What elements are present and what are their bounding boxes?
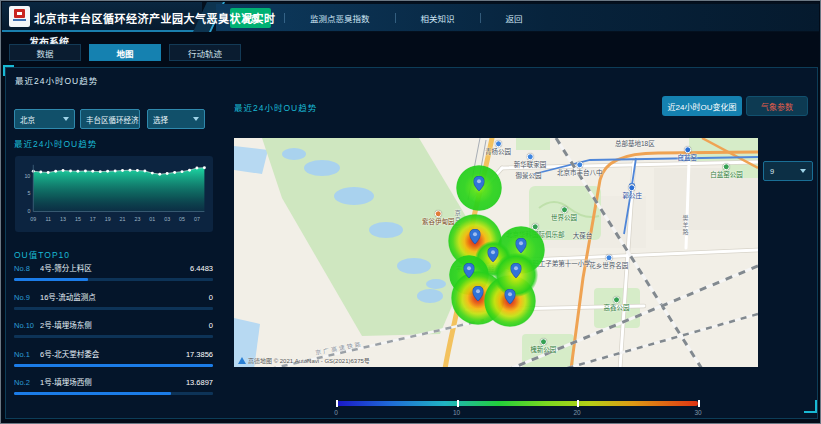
page-title: 北京市丰台区循环经济产业园大气恶臭状况实时 bbox=[34, 10, 276, 26]
scale-tick-label: 20 bbox=[573, 409, 580, 416]
ou-top-list-title: OU值TOP10 bbox=[14, 248, 70, 260]
map-pin-icon[interactable] bbox=[473, 286, 484, 301]
scale-tick-label: 30 bbox=[694, 409, 701, 416]
ou-value: 0 bbox=[209, 321, 213, 330]
scale-tick-label: 10 bbox=[453, 409, 460, 416]
logo bbox=[9, 6, 30, 27]
list-item: No.16号-北天堂村委会17.3856 bbox=[14, 348, 213, 377]
chevron-down-icon bbox=[193, 117, 199, 121]
site-label: 6号-北天堂村委会 bbox=[40, 348, 186, 359]
map-attribution: 高德地图 © 2021 AutoNavi - GS(2021)6375号 bbox=[238, 356, 370, 365]
svg-text:10: 10 bbox=[24, 173, 30, 179]
svg-text:5: 5 bbox=[27, 190, 30, 196]
map-pin-icon[interactable] bbox=[488, 247, 499, 262]
site-label: 16号-流动监测点 bbox=[40, 291, 209, 302]
map-pin-icon[interactable] bbox=[510, 263, 521, 278]
svg-text:01: 01 bbox=[149, 216, 155, 222]
ou-value: 13.6897 bbox=[186, 378, 213, 387]
region-select[interactable]: 北京 bbox=[14, 109, 75, 129]
map-pin-icon[interactable] bbox=[470, 229, 481, 244]
svg-text:05: 05 bbox=[179, 216, 185, 222]
map-section-title: 最近24小时OU趋势 bbox=[234, 101, 317, 113]
progress-fill bbox=[14, 278, 88, 281]
nav-item-odor-index[interactable]: 监测点恶臭指数 bbox=[298, 8, 382, 28]
park-select-value: 丰台区循环经济产 bbox=[86, 114, 140, 125]
chevron-down-icon bbox=[63, 117, 69, 121]
nav-separator bbox=[284, 13, 285, 23]
panel-corner-accent bbox=[3, 65, 14, 76]
trend-chart: 0510091113151719212301030507 bbox=[15, 156, 213, 232]
map[interactable]: 青杨公园新华联家园总部基地18区御景公园北京市丰台八中白盆窑白盆窑公园郭公庄世界… bbox=[234, 138, 758, 367]
svg-text:0: 0 bbox=[27, 208, 30, 214]
park-select[interactable]: 丰台区循环经济产 bbox=[80, 109, 140, 129]
ou-top-list: No.84号-筛分上料区6.4483 No.916号-流动监测点0 No.102… bbox=[14, 262, 213, 405]
scale-mark bbox=[577, 400, 579, 407]
tab-map[interactable]: 地图 bbox=[89, 44, 161, 61]
progress-fill bbox=[14, 392, 171, 395]
point-select[interactable]: 选择 bbox=[147, 109, 205, 129]
rank-label: No.10 bbox=[14, 321, 40, 330]
logo-mark-icon bbox=[14, 9, 25, 18]
scale-tick-label: 0 bbox=[334, 409, 338, 416]
ou-color-scale: 0 10 20 30 bbox=[336, 401, 698, 417]
tab-track[interactable]: 行动轨迹 bbox=[169, 44, 241, 61]
ou-change-map-button[interactable]: 近24小时OU变化图 bbox=[662, 96, 742, 116]
attribution-text: 高德地图 © 2021 AutoNavi - GS(2021)6375号 bbox=[248, 356, 370, 365]
nav-item-knowledge[interactable]: 相关知识 bbox=[409, 8, 467, 28]
svg-text:23: 23 bbox=[134, 216, 140, 222]
progress-track bbox=[14, 278, 213, 281]
progress-track bbox=[14, 307, 213, 310]
site-label: 2号-填埋场东侧 bbox=[40, 319, 209, 330]
svg-text:07: 07 bbox=[194, 216, 200, 222]
trend-chart-svg: 0510091113151719212301030507 bbox=[17, 159, 209, 229]
svg-text:03: 03 bbox=[164, 216, 170, 222]
app-window: 北京市丰台区循环经济产业园大气恶臭状况实时 首页 监测点恶臭指数 相关知识 返回… bbox=[0, 0, 821, 424]
amap-logo-icon bbox=[238, 357, 246, 364]
progress-track bbox=[14, 335, 213, 338]
svg-text:21: 21 bbox=[120, 216, 126, 222]
ou-value: 17.3856 bbox=[186, 350, 213, 359]
list-item: No.21号-填埋场西侧13.6897 bbox=[14, 376, 213, 405]
map-pin-icon[interactable] bbox=[504, 289, 515, 304]
ou-value: 0 bbox=[209, 293, 213, 302]
map-pin-icon[interactable] bbox=[463, 263, 474, 278]
point-select-value: 选择 bbox=[153, 114, 168, 125]
hour-select-value: 9 bbox=[770, 167, 774, 176]
ou-value: 6.4483 bbox=[190, 264, 213, 273]
svg-text:19: 19 bbox=[105, 216, 111, 222]
trend-chart-title: 最近24小时OU趋势 bbox=[14, 137, 97, 149]
header-bar: 北京市丰台区循环经济产业园大气恶臭状况实时 首页 监测点恶臭指数 相关知识 返回 bbox=[2, 2, 819, 32]
rank-label: No.9 bbox=[14, 293, 40, 302]
progress-fill bbox=[14, 364, 213, 367]
color-scale-bar bbox=[336, 401, 698, 406]
map-pin-icon[interactable] bbox=[474, 176, 485, 191]
map-pin-icon[interactable] bbox=[516, 238, 527, 253]
hour-select[interactable]: 9 bbox=[763, 161, 813, 181]
svg-text:17: 17 bbox=[90, 216, 96, 222]
rank-label: No.2 bbox=[14, 378, 40, 387]
weather-params-button[interactable]: 气象参数 bbox=[746, 96, 808, 116]
rank-label: No.1 bbox=[14, 350, 40, 359]
logo-caption bbox=[13, 19, 26, 21]
scale-mark bbox=[336, 400, 338, 407]
site-label: 1号-填埋场西侧 bbox=[40, 376, 186, 387]
scale-mark bbox=[457, 400, 459, 407]
top-nav: 首页 监测点恶臭指数 相关知识 返回 bbox=[216, 4, 819, 31]
tab-data[interactable]: 数据 bbox=[9, 44, 81, 61]
list-item: No.84号-筛分上料区6.4483 bbox=[14, 262, 213, 291]
site-label: 4号-筛分上料区 bbox=[40, 262, 190, 273]
rank-label: No.8 bbox=[14, 264, 40, 273]
svg-text:13: 13 bbox=[60, 216, 66, 222]
nav-item-back[interactable]: 返回 bbox=[494, 8, 535, 28]
scale-mark bbox=[698, 400, 700, 407]
svg-text:11: 11 bbox=[45, 216, 51, 222]
chevron-down-icon bbox=[800, 169, 806, 173]
nav-separator bbox=[480, 13, 481, 23]
nav-separator bbox=[395, 13, 396, 23]
svg-text:15: 15 bbox=[75, 216, 81, 222]
panel-title: 最近24小时OU趋势 bbox=[15, 74, 98, 86]
progress-track bbox=[14, 364, 213, 367]
list-item: No.916号-流动监测点0 bbox=[14, 291, 213, 320]
region-select-value: 北京 bbox=[20, 114, 35, 125]
heatmap-layer bbox=[234, 138, 758, 367]
